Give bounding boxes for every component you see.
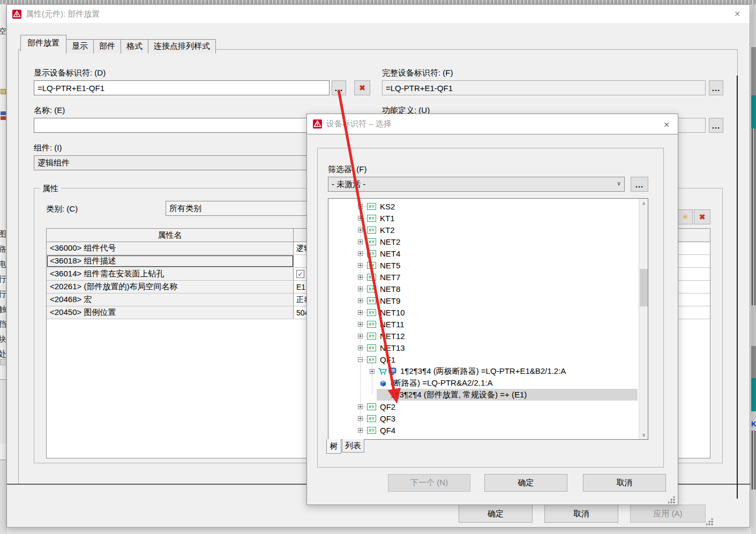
scrollbar-thumb[interactable]: [640, 269, 648, 306]
expand-plus-icon[interactable]: +: [370, 369, 375, 374]
tree-item-device[interactable]: +XYNET5: [328, 259, 648, 271]
expand-plus-icon[interactable]: +: [358, 322, 363, 327]
tree-item-device[interactable]: +XYNET11: [328, 318, 648, 330]
tree-item-device[interactable]: +XYNET13: [328, 342, 648, 354]
main-cancel-button[interactable]: 取消: [544, 505, 618, 523]
display-devtag-more-button[interactable]: ...: [332, 80, 346, 95]
tree-item-label: KS2: [380, 202, 395, 211]
expand-plus-icon[interactable]: +: [358, 239, 363, 244]
tree-item-device-expanded[interactable]: −XYQF1: [328, 354, 648, 365]
view-tab-list[interactable]: 列表: [342, 439, 364, 453]
full-devtag-more-button[interactable]: ...: [709, 80, 723, 95]
tab-format[interactable]: 格式: [121, 39, 148, 54]
expand-plus-icon[interactable]: +: [358, 228, 363, 232]
filter-more-button[interactable]: ...: [631, 177, 648, 192]
full-devtag-input: =LQ-PTR+E1-QF1: [382, 80, 706, 95]
expand-plus-icon[interactable]: +: [358, 216, 363, 221]
expand-plus-icon[interactable]: +: [358, 404, 363, 409]
function-def-more-button[interactable]: ...: [709, 118, 723, 133]
expand-plus-icon[interactable]: +: [358, 275, 363, 280]
expand-plus-icon[interactable]: +: [358, 263, 363, 268]
property-name-cell[interactable]: <20468> 宏: [47, 294, 294, 306]
expand-plus-icon[interactable]: +: [358, 334, 363, 339]
main-tab-strip: 部件放置 显示 部件 格式 连接点排列样式: [20, 36, 215, 52]
expand-plus-icon[interactable]: +: [358, 428, 363, 433]
background-app-top-strip: [0, 0, 756, 4]
tree-item-device[interactable]: +XYKT2: [328, 224, 648, 236]
main-resize-grip[interactable]: [706, 518, 713, 525]
tab-part[interactable]: 部件: [93, 39, 121, 54]
drill-checkbox[interactable]: ✓: [296, 270, 304, 278]
display-devtag-clear-button[interactable]: ✖: [354, 80, 370, 95]
tree-scrollbar[interactable]: ∧ ∨: [639, 199, 648, 439]
tree-item-device[interactable]: +XYKS2: [328, 200, 648, 212]
main-dialog-titlebar[interactable]: 属性(元件): 部件放置: [7, 5, 750, 23]
tree-item-label: KT1: [380, 214, 395, 223]
expand-plus-icon[interactable]: +: [358, 287, 363, 291]
selector-cancel-button[interactable]: 取消: [583, 474, 666, 492]
left-strip-icon: [1, 116, 6, 120]
selector-close-icon[interactable]: ✕: [658, 118, 675, 132]
tree-item-device[interactable]: +XYNET8: [328, 283, 648, 295]
property-name-cell[interactable]: <36018> 组件描述: [47, 255, 294, 267]
tree-item-function[interactable]: +1¶2¶3¶4 (两极断路器) =LQ-PTR+E1&B2/1.2:A: [328, 365, 648, 377]
property-name-cell[interactable]: <20450> 图例位置: [47, 306, 294, 319]
xy-device-icon: XY: [367, 262, 376, 269]
display-devtag-input[interactable]: =LQ-PTR+E1-QF1: [34, 80, 330, 95]
property-name-cell[interactable]: <36000> 组件代号: [47, 242, 294, 254]
filter-label: 筛选器: (F): [328, 164, 367, 175]
expand-plus-icon[interactable]: +: [358, 204, 363, 209]
main-close-icon[interactable]: ✕: [729, 7, 745, 21]
collapse-minus-icon[interactable]: −: [358, 357, 363, 362]
view-tab-tree[interactable]: 树: [326, 439, 341, 454]
expand-plus-icon[interactable]: +: [358, 416, 363, 421]
tab-connection-point[interactable]: 连接点排列样式: [148, 39, 216, 54]
tree-item-function[interactable]: (断路器) =LQ-PTR&A2/2.1:A: [328, 377, 648, 389]
tree-item-device[interactable]: +XYQF2: [328, 401, 648, 412]
expand-plus-icon[interactable]: +: [358, 345, 363, 350]
tree-item-device[interactable]: +XYQF3: [328, 412, 648, 424]
property-name-cell[interactable]: <36014> 组件需在安装面上钻孔: [47, 268, 294, 280]
tree-item-device[interactable]: +XYNET12: [328, 330, 648, 342]
full-devtag-label: 完整设备标识符: (F): [382, 68, 453, 78]
scroll-down-icon[interactable]: ∨: [639, 430, 648, 439]
name-input[interactable]: [34, 118, 330, 133]
property-name-header[interactable]: 属性名: [47, 229, 294, 242]
new-property-button[interactable]: ✳: [678, 209, 693, 224]
selector-titlebar[interactable]: 设备标识符 – 选择: [307, 114, 678, 134]
device-tree-listbox[interactable]: +XYKS2+XYKT1+XYKT2+XYNET2+XYNET4+XYNET5+…: [328, 198, 648, 440]
tree-item-device[interactable]: +XYNET4: [328, 247, 648, 259]
expand-plus-icon[interactable]: +: [358, 251, 363, 256]
tree-item-device[interactable]: +XYNET7: [328, 271, 648, 283]
selector-ok-button[interactable]: 确定: [484, 474, 567, 492]
tree-item-function[interactable]: 1¶3¶2¶4 (部件放置, 常规设备) =+ (E1): [328, 389, 648, 401]
property-name-cell[interactable]: <20261> (部件放置的)布局空间名称: [47, 281, 294, 293]
filter-select[interactable]: - 未激活 - ∨: [328, 177, 625, 192]
tree-item-device[interactable]: +XYNET2: [328, 236, 648, 247]
tree-item-label: NET4: [380, 249, 400, 258]
expand-plus-icon[interactable]: +: [358, 298, 363, 303]
selector-resize-grip[interactable]: [668, 497, 675, 503]
left-strip-char: 路: [0, 244, 6, 254]
tree-item-label: NET12: [380, 332, 405, 341]
main-ok-button[interactable]: 确定: [459, 505, 533, 523]
tab-display[interactable]: 显示: [66, 39, 94, 54]
delete-property-button[interactable]: ✖: [694, 209, 710, 224]
tree-item-device[interactable]: +XYQF4: [328, 424, 648, 436]
properties-group-title: 属性: [40, 184, 61, 194]
tree-item-label: QF1: [380, 355, 395, 364]
tree-item-device[interactable]: +XYNET10: [328, 306, 648, 318]
xy-device-icon: XY: [367, 356, 376, 363]
tree-item-device[interactable]: +XYNET9: [328, 295, 648, 306]
xy-device-icon: XY: [367, 227, 376, 234]
display-devtag-label: 显示设备标识符: (D): [34, 68, 106, 78]
left-strip-char: 块: [0, 334, 6, 344]
tree-item-device[interactable]: +XYKT1: [328, 212, 648, 224]
main-apply-button: 应用 (A): [630, 505, 706, 523]
xy-device-icon: XY: [367, 215, 376, 222]
tab-part-placement[interactable]: 部件放置: [20, 35, 66, 51]
scroll-up-icon[interactable]: ∧: [639, 199, 648, 208]
expand-plus-icon[interactable]: +: [358, 310, 363, 315]
component-select[interactable]: 逻辑组件: [34, 155, 330, 170]
right-frame-line: [737, 76, 738, 499]
